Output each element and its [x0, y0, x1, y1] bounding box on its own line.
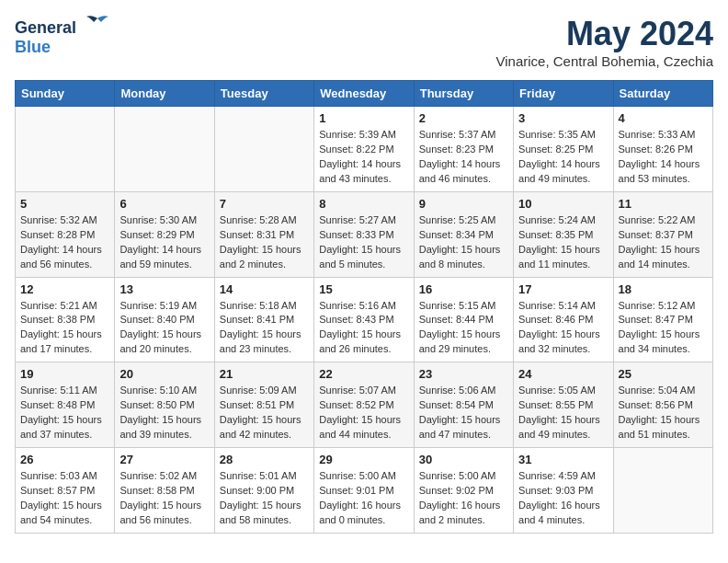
day-info: Sunrise: 5:22 AM Sunset: 8:37 PM Dayligh… — [619, 213, 708, 272]
logo: General Blue — [15, 15, 110, 57]
calendar-cell: 2Sunrise: 5:37 AM Sunset: 8:23 PM Daylig… — [414, 107, 513, 192]
day-number: 17 — [518, 282, 608, 296]
logo-general: General — [15, 18, 76, 37]
calendar-cell: 16Sunrise: 5:15 AM Sunset: 8:44 PM Dayli… — [414, 277, 513, 362]
day-info: Sunrise: 5:33 AM Sunset: 8:26 PM Dayligh… — [619, 128, 708, 187]
day-info: Sunrise: 5:21 AM Sunset: 8:38 PM Dayligh… — [20, 299, 109, 358]
calendar-cell: 25Sunrise: 5:04 AM Sunset: 8:56 PM Dayli… — [613, 362, 712, 448]
location: Vinarice, Central Bohemia, Czechia — [495, 53, 713, 69]
day-number: 18 — [619, 282, 708, 296]
day-number: 12 — [20, 282, 109, 296]
calendar-cell — [16, 107, 115, 192]
day-info: Sunrise: 5:32 AM Sunset: 8:28 PM Dayligh… — [20, 213, 109, 272]
calendar-cell: 28Sunrise: 5:01 AM Sunset: 9:00 PM Dayli… — [214, 448, 313, 534]
calendar-cell: 18Sunrise: 5:12 AM Sunset: 8:47 PM Dayli… — [613, 277, 712, 362]
calendar-cell — [613, 448, 712, 534]
day-number: 3 — [518, 111, 608, 125]
header-sunday: Sunday — [16, 81, 115, 107]
calendar-cell: 11Sunrise: 5:22 AM Sunset: 8:37 PM Dayli… — [613, 191, 712, 277]
calendar-cell: 24Sunrise: 5:05 AM Sunset: 8:55 PM Dayli… — [514, 362, 613, 448]
calendar-cell — [115, 107, 214, 192]
day-number: 10 — [518, 197, 608, 211]
calendar-cell: 13Sunrise: 5:19 AM Sunset: 8:40 PM Dayli… — [115, 277, 214, 362]
day-info: Sunrise: 5:27 AM Sunset: 8:33 PM Dayligh… — [319, 213, 408, 272]
day-number: 19 — [20, 367, 109, 381]
header-saturday: Saturday — [613, 81, 712, 107]
calendar-cell: 6Sunrise: 5:30 AM Sunset: 8:29 PM Daylig… — [115, 191, 214, 277]
day-number: 27 — [119, 453, 209, 466]
day-info: Sunrise: 5:15 AM Sunset: 8:44 PM Dayligh… — [419, 299, 508, 358]
day-info: Sunrise: 5:12 AM Sunset: 8:47 PM Dayligh… — [619, 299, 708, 358]
day-number: 29 — [319, 453, 408, 466]
day-info: Sunrise: 5:37 AM Sunset: 8:23 PM Dayligh… — [419, 128, 508, 187]
calendar-cell: 21Sunrise: 5:09 AM Sunset: 8:51 PM Dayli… — [214, 362, 313, 448]
header-friday: Friday — [514, 81, 613, 107]
calendar-week-row: 1Sunrise: 5:39 AM Sunset: 8:22 PM Daylig… — [16, 107, 713, 192]
day-info: Sunrise: 5:00 AM Sunset: 9:02 PM Dayligh… — [419, 469, 508, 528]
header-thursday: Thursday — [414, 81, 513, 107]
day-number: 21 — [220, 367, 309, 381]
day-info: Sunrise: 5:03 AM Sunset: 8:57 PM Dayligh… — [20, 469, 109, 528]
calendar-cell: 19Sunrise: 5:11 AM Sunset: 8:48 PM Dayli… — [16, 362, 115, 448]
day-info: Sunrise: 5:16 AM Sunset: 8:43 PM Dayligh… — [319, 299, 408, 358]
day-number: 5 — [20, 197, 109, 211]
day-info: Sunrise: 5:04 AM Sunset: 8:56 PM Dayligh… — [619, 384, 708, 442]
calendar-week-row: 26Sunrise: 5:03 AM Sunset: 8:57 PM Dayli… — [16, 448, 713, 534]
day-info: Sunrise: 5:00 AM Sunset: 9:01 PM Dayligh… — [319, 469, 408, 528]
calendar-cell: 29Sunrise: 5:00 AM Sunset: 9:01 PM Dayli… — [314, 448, 414, 534]
day-number: 23 — [419, 367, 508, 381]
calendar-cell: 9Sunrise: 5:25 AM Sunset: 8:34 PM Daylig… — [414, 191, 513, 277]
title-section: May 2024 Vinarice, Central Bohemia, Czec… — [495, 15, 713, 69]
day-number: 14 — [220, 282, 309, 296]
calendar-cell: 23Sunrise: 5:06 AM Sunset: 8:54 PM Dayli… — [414, 362, 513, 448]
day-number: 13 — [119, 282, 209, 296]
calendar-table: SundayMondayTuesdayWednesdayThursdayFrid… — [15, 80, 713, 534]
calendar-cell: 10Sunrise: 5:24 AM Sunset: 8:35 PM Dayli… — [514, 191, 613, 277]
day-number: 8 — [319, 197, 408, 211]
header-monday: Monday — [115, 81, 214, 107]
month-title: May 2024 — [495, 15, 713, 53]
page-header: General Blue May 2024 Vinarice, Central … — [15, 15, 713, 69]
day-number: 16 — [419, 282, 508, 296]
day-number: 11 — [619, 197, 708, 211]
day-info: Sunrise: 5:30 AM Sunset: 8:29 PM Dayligh… — [119, 213, 209, 272]
calendar-cell: 5Sunrise: 5:32 AM Sunset: 8:28 PM Daylig… — [16, 191, 115, 277]
day-number: 31 — [518, 453, 608, 466]
calendar-cell: 8Sunrise: 5:27 AM Sunset: 8:33 PM Daylig… — [314, 191, 414, 277]
day-number: 7 — [220, 197, 309, 211]
day-number: 2 — [419, 111, 508, 125]
calendar-cell: 4Sunrise: 5:33 AM Sunset: 8:26 PM Daylig… — [613, 107, 712, 192]
day-info: Sunrise: 5:39 AM Sunset: 8:22 PM Dayligh… — [319, 128, 408, 187]
logo-bird-icon — [85, 15, 110, 33]
day-number: 1 — [319, 111, 408, 125]
day-number: 25 — [619, 367, 708, 381]
calendar-cell: 27Sunrise: 5:02 AM Sunset: 8:58 PM Dayli… — [115, 448, 214, 534]
calendar-week-row: 12Sunrise: 5:21 AM Sunset: 8:38 PM Dayli… — [16, 277, 713, 362]
day-info: Sunrise: 5:05 AM Sunset: 8:55 PM Dayligh… — [518, 384, 608, 442]
day-info: Sunrise: 5:28 AM Sunset: 8:31 PM Dayligh… — [220, 213, 309, 272]
day-info: Sunrise: 5:11 AM Sunset: 8:48 PM Dayligh… — [20, 384, 109, 442]
day-info: Sunrise: 5:14 AM Sunset: 8:46 PM Dayligh… — [518, 299, 608, 358]
day-number: 9 — [419, 197, 508, 211]
day-info: Sunrise: 5:24 AM Sunset: 8:35 PM Dayligh… — [518, 213, 608, 272]
day-info: Sunrise: 5:19 AM Sunset: 8:40 PM Dayligh… — [119, 299, 209, 358]
day-info: Sunrise: 5:09 AM Sunset: 8:51 PM Dayligh… — [220, 384, 309, 442]
day-number: 4 — [619, 111, 708, 125]
calendar-week-row: 19Sunrise: 5:11 AM Sunset: 8:48 PM Dayli… — [16, 362, 713, 448]
day-info: Sunrise: 5:07 AM Sunset: 8:52 PM Dayligh… — [319, 384, 408, 442]
day-info: Sunrise: 5:02 AM Sunset: 8:58 PM Dayligh… — [119, 469, 209, 528]
day-number: 24 — [518, 367, 608, 381]
day-info: Sunrise: 5:06 AM Sunset: 8:54 PM Dayligh… — [419, 384, 508, 442]
day-info: Sunrise: 5:18 AM Sunset: 8:41 PM Dayligh… — [220, 299, 309, 358]
calendar-cell: 14Sunrise: 5:18 AM Sunset: 8:41 PM Dayli… — [214, 277, 313, 362]
day-info: Sunrise: 5:01 AM Sunset: 9:00 PM Dayligh… — [220, 469, 309, 528]
logo-blue: Blue — [15, 38, 51, 56]
day-info: Sunrise: 5:10 AM Sunset: 8:50 PM Dayligh… — [119, 384, 209, 442]
calendar-cell: 1Sunrise: 5:39 AM Sunset: 8:22 PM Daylig… — [314, 107, 414, 192]
calendar-week-row: 5Sunrise: 5:32 AM Sunset: 8:28 PM Daylig… — [16, 191, 713, 277]
header-wednesday: Wednesday — [314, 81, 414, 107]
day-info: Sunrise: 5:35 AM Sunset: 8:25 PM Dayligh… — [518, 128, 608, 187]
day-number: 6 — [119, 197, 209, 211]
day-number: 15 — [319, 282, 408, 296]
day-number: 28 — [220, 453, 309, 466]
